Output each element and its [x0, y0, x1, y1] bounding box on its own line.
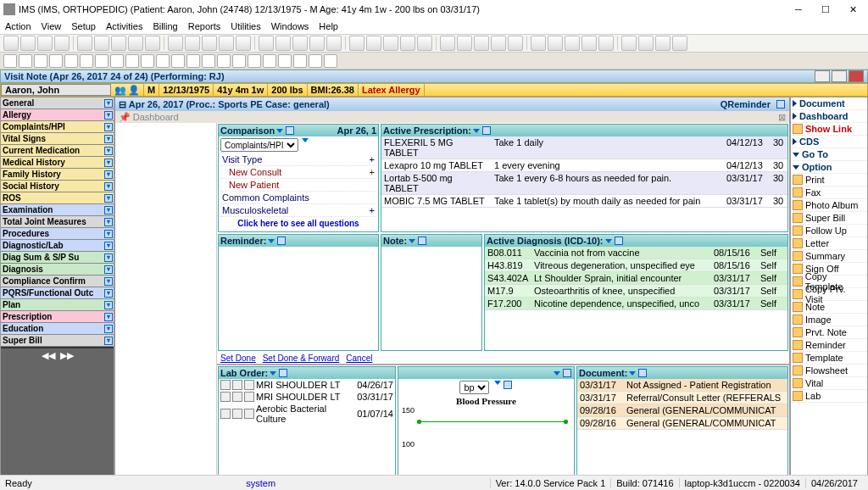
lab-icon[interactable]	[244, 392, 254, 402]
lab-icon[interactable]	[232, 380, 242, 390]
toolbar-icon[interactable]	[400, 36, 415, 51]
toolbar-icon[interactable]	[309, 36, 325, 51]
lab-icon[interactable]	[244, 409, 254, 419]
menu-billing[interactable]: Billing	[153, 21, 177, 31]
doc-row[interactable]: 03/31/17Not Assigned - Patient Registrat…	[577, 379, 787, 392]
toolbar-icon[interactable]	[383, 36, 398, 51]
rnav-reminder[interactable]: Reminder	[791, 339, 867, 352]
rx-row[interactable]: Lexapro 10 mg TABLET1 every evening04/12…	[381, 159, 787, 172]
rnav-fax[interactable]: Fax	[791, 187, 867, 199]
subtoolbar-icon[interactable]	[293, 54, 307, 68]
toolbar-icon[interactable]	[20, 36, 36, 51]
nav-general[interactable]: General▾	[1, 97, 114, 109]
close-button[interactable]: ✕	[841, 2, 865, 17]
lab-icon[interactable]	[220, 392, 231, 402]
chevron-down-icon[interactable]: ▾	[104, 194, 113, 203]
nav-allergy[interactable]: Allergy▾	[1, 109, 114, 121]
toolbar-icon[interactable]	[185, 36, 200, 51]
doc-row[interactable]: 09/28/16General (GENERAL/COMMUNICAT	[577, 417, 787, 430]
chevron-down-icon[interactable]: ▾	[104, 147, 113, 155]
doc-row[interactable]: 09/28/16General (GENERAL/COMMUNICAT	[577, 404, 787, 417]
subtoolbar-icon[interactable]	[217, 54, 231, 68]
chevron-down-icon[interactable]: ▾	[104, 337, 113, 345]
nav-education[interactable]: Education▾	[1, 323, 114, 335]
menu-help[interactable]: Help	[319, 21, 338, 31]
menu-setup[interactable]: Setup	[71, 21, 96, 31]
chevron-down-icon[interactable]: ▾	[104, 265, 113, 274]
subtoolbar-icon[interactable]	[324, 54, 337, 68]
chevron-down-icon[interactable]: ▾	[104, 123, 113, 131]
rx-row[interactable]: MOBIC 7.5 MG TABLETTake 1 tablet(s) by m…	[381, 195, 787, 208]
lab-row[interactable]: MRI SHOULDER LT03/31/17	[219, 391, 395, 403]
nav-current-medication[interactable]: Current Medication▾	[1, 145, 114, 157]
toolbar-icon[interactable]	[474, 36, 489, 51]
subtoolbar-icon[interactable]	[202, 54, 215, 68]
dropdown-icon[interactable]	[276, 129, 283, 133]
rnav-show-link[interactable]: Show Link	[791, 123, 867, 136]
chevron-down-icon[interactable]: ▾	[104, 289, 113, 298]
subtoolbar-icon[interactable]	[64, 54, 78, 68]
rnav-document[interactable]: Document	[791, 97, 867, 110]
toolbar-icon[interactable]	[168, 36, 183, 51]
toolbar-icon[interactable]	[37, 36, 53, 51]
toolbar-icon[interactable]	[349, 36, 364, 51]
toolbar-icon[interactable]	[326, 36, 342, 51]
panel-menu-icon[interactable]	[638, 369, 647, 377]
diag-row[interactable]: F17.200Nicotine dependence, unspecified,…	[485, 298, 787, 310]
rnav-copy-prv-visit[interactable]: Copy Prv. Visit	[791, 288, 867, 301]
panel-menu-icon[interactable]	[504, 381, 512, 389]
vn-maximize-button[interactable]	[832, 70, 847, 82]
toolbar-icon[interactable]	[638, 36, 654, 51]
dropdown-icon[interactable]	[473, 129, 480, 133]
toolbar-icon[interactable]	[202, 36, 217, 51]
diag-row[interactable]: M17.9Osteoarthritis of knee, unspecified…	[485, 285, 787, 298]
rnav-summary[interactable]: Summary	[791, 250, 867, 263]
toolbar-icon[interactable]	[259, 36, 274, 51]
nav-vital-signs[interactable]: Vital Signs▾	[1, 133, 114, 145]
dropdown-icon[interactable]	[494, 381, 501, 385]
toolbar-icon[interactable]	[236, 36, 251, 51]
nav-examination[interactable]: Examination▾	[1, 204, 114, 216]
toolbar-icon[interactable]	[54, 36, 70, 51]
toolbar-icon[interactable]	[94, 36, 109, 51]
subtoolbar-icon[interactable]	[263, 54, 276, 68]
dropdown-icon[interactable]	[268, 239, 275, 243]
lab-icon[interactable]	[232, 409, 242, 419]
dropdown-icon[interactable]	[270, 371, 276, 376]
subtoolbar-icon[interactable]	[49, 54, 63, 68]
nav-prescription[interactable]: Prescription▾	[1, 311, 114, 323]
menu-reports[interactable]: Reports	[188, 21, 221, 31]
chevron-down-icon[interactable]: ▾	[104, 159, 113, 167]
qreminder-icon[interactable]	[776, 100, 785, 109]
subtoolbar-icon[interactable]	[3, 54, 17, 68]
qreminder-link[interactable]: QReminder	[721, 99, 771, 109]
comparison-line[interactable]: Visit Type+	[220, 153, 376, 166]
rnav-option[interactable]: Option	[791, 161, 867, 174]
toolbar-icon[interactable]	[417, 36, 432, 51]
nav-total-joint-measures[interactable]: Total Joint Measures▾	[1, 216, 114, 228]
lab-row[interactable]: MRI SHOULDER LT04/26/17	[219, 379, 395, 391]
vn-close-button[interactable]	[849, 70, 864, 82]
subtoolbar-icon[interactable]	[186, 54, 200, 68]
rnav-photo-album[interactable]: Photo Album	[791, 199, 867, 212]
rnav-dashboard[interactable]: Dashboard	[791, 110, 867, 123]
nav-diagnosis[interactable]: Diagnosis▾	[1, 264, 114, 276]
comparison-dropdown[interactable]: Complaints/HPI	[220, 138, 298, 152]
nav-compliance-confirm[interactable]: Compliance Confirm▾	[1, 276, 114, 287]
set-done-forward-link[interactable]: Set Done & Forward	[263, 354, 340, 363]
chevron-down-icon[interactable]: ▾	[104, 242, 113, 250]
toolbar-icon[interactable]	[598, 36, 614, 51]
lab-icon[interactable]	[232, 392, 242, 402]
toolbar-icon[interactable]	[655, 36, 670, 51]
chevron-down-icon[interactable]: ▾	[104, 230, 113, 238]
nav-diag-sum-s-p-su[interactable]: Diag Sum & S/P Su▾	[1, 252, 114, 264]
chevron-down-icon[interactable]: ▾	[104, 218, 113, 226]
rnav-lab[interactable]: Lab	[791, 390, 867, 403]
pin-icon[interactable]: 📌	[119, 112, 131, 123]
subtoolbar-icon[interactable]	[248, 54, 261, 68]
subtoolbar-icon[interactable]	[141, 54, 154, 68]
chevron-down-icon[interactable]: ▾	[104, 111, 113, 120]
nav-medical-history[interactable]: Medical History▾	[1, 157, 114, 169]
toolbar-icon[interactable]	[581, 36, 597, 51]
rnav-go-to[interactable]: Go To	[791, 148, 867, 161]
